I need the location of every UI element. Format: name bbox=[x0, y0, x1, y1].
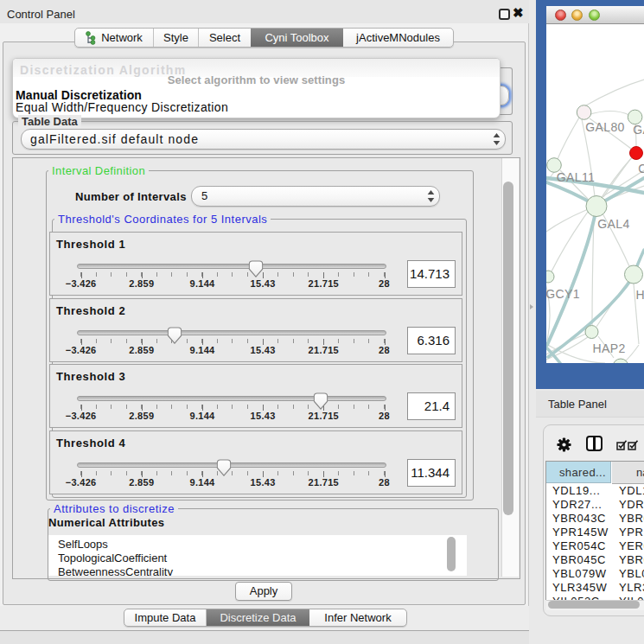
svg-text:GAL4: GAL4 bbox=[597, 217, 629, 231]
svg-text:GCY1: GCY1 bbox=[546, 287, 580, 301]
svg-text:HAP2: HAP2 bbox=[592, 341, 625, 355]
svg-text:GAL80: GAL80 bbox=[585, 120, 625, 134]
svg-text:GAL11: GAL11 bbox=[557, 170, 596, 184]
svg-text:HI: HI bbox=[636, 288, 644, 302]
svg-text:GA: GA bbox=[633, 123, 644, 137]
svg-text:CR: CR bbox=[638, 162, 644, 175]
